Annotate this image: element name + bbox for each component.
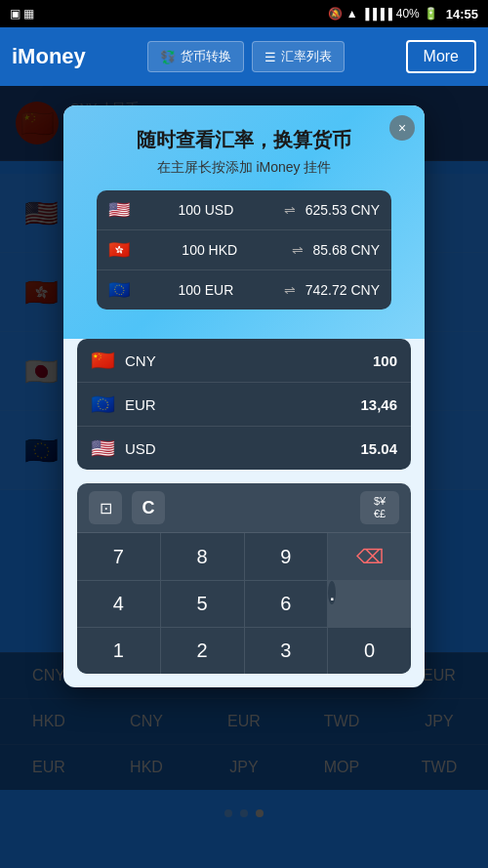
modal-header: 随时查看汇率，换算货币 在主屏长按添加 iMoney 挂件 🇺🇸 100 USD… — [63, 105, 425, 339]
key-2[interactable]: 2 — [161, 628, 244, 674]
notification-icon: ▣ ▦ — [10, 7, 34, 21]
key-8[interactable]: 8 — [161, 533, 244, 580]
conv-eur-value: 13,46 — [360, 396, 397, 413]
widget-usd-arrow: ⇌ — [284, 202, 296, 218]
widget-usd-result: 625.53 CNY — [305, 202, 380, 218]
battery-percent: 40% — [396, 7, 420, 21]
modal-dialog: × 随时查看汇率，换算货币 在主屏长按添加 iMoney 挂件 🇺🇸 100 U… — [63, 105, 425, 687]
modal-subtitle: 在主屏长按添加 iMoney 挂件 — [83, 159, 405, 177]
widget-row-usd: 🇺🇸 100 USD ⇌ 625.53 CNY — [97, 190, 391, 230]
widget-hkd-result: 85.68 CNY — [313, 242, 380, 258]
app-title: iMoney — [12, 44, 86, 69]
key-dot[interactable]: . — [328, 581, 336, 604]
widget-row-eur: 🇪🇺 100 EUR ⇌ 742.72 CNY — [97, 270, 391, 310]
wifi-icon: ▲ — [346, 7, 358, 21]
key-7[interactable]: 7 — [77, 533, 160, 580]
key-backspace[interactable]: ⌫ — [328, 533, 411, 580]
more-button[interactable]: More — [406, 40, 476, 73]
tab-convert-label: 货币转换 — [181, 48, 231, 65]
keypad: ⊡ C $¥€£ 7 8 9 ⌫ 4 5 6 . 1 2 3 0 — [77, 483, 411, 674]
battery-icon: 🔋 — [424, 7, 438, 21]
converter-section: 🇨🇳 CNY 100 🇪🇺 EUR 13,46 🇺🇸 USD 15.04 — [77, 339, 411, 470]
status-right-icons: 🔕 ▲ ▐▐▐▐ 40% 🔋 14:55 — [328, 7, 478, 21]
widget-eur-flag: 🇪🇺 — [108, 279, 130, 301]
list-icon: ☰ — [264, 50, 276, 64]
status-left-icons: ▣ ▦ — [10, 7, 34, 21]
conv-usd-code: USD — [125, 440, 360, 457]
key-1[interactable]: 1 — [77, 628, 160, 674]
converter-row-cny[interactable]: 🇨🇳 CNY 100 — [77, 339, 411, 383]
widget-eur-arrow: ⇌ — [284, 282, 296, 298]
widget-row-hkd: 🇭🇰 100 HKD ⇌ 85.68 CNY — [97, 230, 391, 270]
main-content: 🇨🇳 CNY 人民币 按此输入金额 🇺🇸 USD 🇭🇰 HKD — [0, 86, 488, 868]
nav-tabs: 💱 货币转换 ☰ 汇率列表 — [147, 41, 345, 72]
modal-close-button[interactable]: × — [389, 115, 415, 141]
keypad-grid: 7 8 9 ⌫ 4 5 6 . 1 2 3 0 — [77, 533, 411, 674]
conv-cny-value: 100 — [373, 352, 397, 369]
key-9[interactable]: 9 — [245, 533, 328, 580]
key-6[interactable]: 6 — [245, 581, 328, 627]
widget-usd-amount: 100 USD — [138, 202, 274, 218]
tab-list-label: 汇率列表 — [281, 48, 332, 65]
key-4[interactable]: 4 — [77, 581, 160, 627]
copy-button[interactable]: ⊡ — [89, 491, 122, 524]
conv-eur-flag: 🇪🇺 — [91, 393, 115, 416]
widget-eur-amount: 100 EUR — [138, 282, 274, 298]
convert-icon: 💱 — [160, 50, 176, 64]
converter-row-usd[interactable]: 🇺🇸 USD 15.04 — [77, 427, 411, 470]
clock: 14:55 — [446, 7, 478, 21]
tab-exchange-list[interactable]: ☰ 汇率列表 — [252, 41, 345, 72]
mute-icon: 🔕 — [328, 7, 343, 21]
modal-overlay: × 随时查看汇率，换算货币 在主屏长按添加 iMoney 挂件 🇺🇸 100 U… — [0, 86, 488, 868]
conv-cny-code: CNY — [125, 352, 373, 369]
status-bar: ▣ ▦ 🔕 ▲ ▐▐▐▐ 40% 🔋 14:55 — [0, 0, 488, 27]
clear-button[interactable]: C — [132, 491, 165, 524]
conv-usd-flag: 🇺🇸 — [91, 436, 115, 460]
conv-usd-value: 15.04 — [360, 440, 397, 457]
signal-icon: ▐▐▐▐ — [362, 8, 392, 20]
widget-hkd-flag: 🇭🇰 — [108, 239, 130, 261]
widget-usd-flag: 🇺🇸 — [108, 199, 130, 221]
conv-cny-flag: 🇨🇳 — [91, 349, 115, 372]
tab-currency-convert[interactable]: 💱 货币转换 — [147, 41, 244, 72]
key-3[interactable]: 3 — [245, 628, 328, 674]
currency-switch-button[interactable]: $¥€£ — [360, 491, 399, 524]
keypad-top-row: ⊡ C $¥€£ — [77, 483, 411, 533]
converter-row-eur[interactable]: 🇪🇺 EUR 13,46 — [77, 383, 411, 427]
key-5[interactable]: 5 — [161, 581, 244, 627]
widget-hkd-arrow: ⇌ — [292, 242, 304, 258]
key-0[interactable]: 0 — [328, 628, 411, 674]
widget-hkd-amount: 100 HKD — [138, 242, 282, 258]
nav-bar: iMoney 💱 货币转换 ☰ 汇率列表 More — [0, 27, 488, 86]
conv-eur-code: EUR — [125, 396, 360, 413]
modal-title: 随时查看汇率，换算货币 — [83, 127, 405, 153]
widget-eur-result: 742.72 CNY — [305, 282, 380, 298]
widget-preview: 🇺🇸 100 USD ⇌ 625.53 CNY 🇭🇰 100 HKD ⇌ 85.… — [97, 190, 391, 310]
